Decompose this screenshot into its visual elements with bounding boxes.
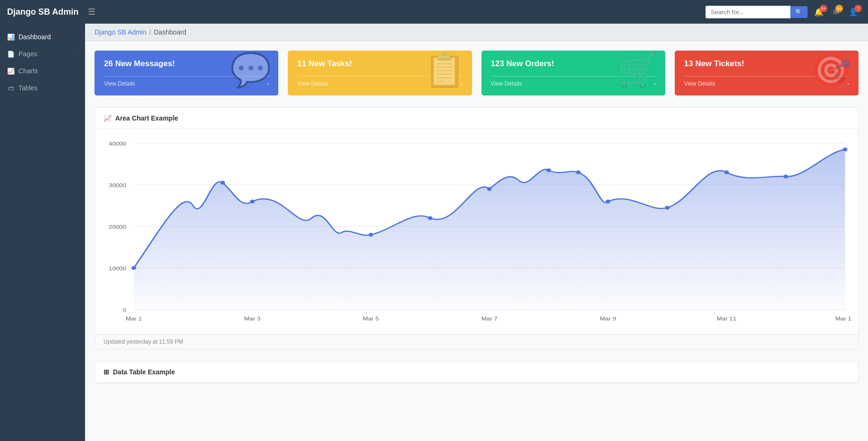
notifications-badge: 9+ (820, 5, 827, 12)
charts-icon: 📈 (7, 68, 15, 75)
sidebar-item-pages[interactable]: 📄 Pages › (0, 45, 85, 62)
app-brand[interactable]: Django SB Admin (7, 7, 78, 17)
chart-dot (369, 233, 373, 237)
chart-dot (665, 206, 670, 209)
data-table-title: Data Table Example (113, 368, 175, 376)
chart-dot (724, 171, 729, 174)
chart-dot (131, 266, 136, 270)
chart-dot (546, 168, 551, 172)
svg-text:40000: 40000 (109, 141, 126, 147)
tickets-bg-icon: 🎯 (810, 53, 851, 86)
area-chart-footer: Updated yesterday at 11:59 PM (95, 334, 858, 349)
messages-button[interactable]: ✉ 9+ (830, 6, 842, 18)
chart-dot (428, 216, 432, 220)
svg-text:Mar 11: Mar 11 (717, 316, 737, 322)
breadcrumb-current: Dashboard (154, 28, 187, 36)
top-navbar: Django SB Admin ☰ 🔍 🔔 9+ ✉ 9+ 👤 7 (0, 0, 868, 24)
breadcrumb-separator: / (149, 28, 151, 36)
search-button[interactable]: 🔍 (791, 6, 808, 18)
stat-card-tickets[interactable]: 13 New Tickets! 🎯 View Details › (675, 51, 859, 95)
sidebar-label-tables: Tables (18, 84, 78, 92)
chart-dot (843, 147, 848, 151)
svg-text:Mar 7: Mar 7 (481, 316, 498, 322)
main-layout: 📊 Dashboard 📄 Pages › 📈 Charts 🗃 Tables … (0, 24, 868, 441)
navbar-right: 🔍 🔔 9+ ✉ 9+ 👤 7 (705, 6, 861, 18)
chart-dot (220, 181, 225, 185)
sidebar-label-dashboard: Dashboard (18, 33, 78, 41)
svg-text:30000: 30000 (109, 182, 126, 189)
area-chart-footer-text: Updated yesterday at 11:59 PM (103, 338, 183, 345)
sidebar-item-dashboard[interactable]: 📊 Dashboard (0, 28, 85, 45)
content-area: 26 New Messages! 💬 View Details › 11 New… (85, 41, 868, 393)
user-badge: 7 (854, 5, 862, 12)
chart-dot (250, 199, 255, 203)
user-button[interactable]: 👤 7 (846, 6, 861, 18)
dashboard-icon: 📊 (7, 34, 15, 41)
breadcrumb-home[interactable]: Django SB Admin (95, 28, 146, 36)
main-content: Django SB Admin / Dashboard 26 New Messa… (85, 24, 868, 441)
svg-text:Mar 5: Mar 5 (363, 316, 379, 322)
data-table-icon: ⊞ (103, 368, 109, 376)
svg-text:Mar 9: Mar 9 (600, 316, 616, 322)
stat-card-orders[interactable]: 123 New Orders! 🛒 View Details › (481, 51, 665, 95)
tasks-bg-icon: 📋 (424, 53, 465, 86)
sidebar: 📊 Dashboard 📄 Pages › 📈 Charts 🗃 Tables (0, 24, 85, 441)
svg-text:Mar 13: Mar 13 (835, 316, 851, 322)
svg-text:Mar 3: Mar 3 (244, 316, 260, 322)
area-chart-icon: 📈 (103, 114, 112, 122)
svg-text:10000: 10000 (109, 266, 126, 272)
chart-dot (487, 187, 492, 191)
chart-dot (783, 174, 788, 178)
data-table-header: ⊞ Data Table Example (95, 362, 858, 383)
area-fill (134, 149, 845, 310)
area-chart-body: 40000 30000 20000 10000 0 (95, 129, 858, 334)
area-chart-container: 40000 30000 20000 10000 0 (102, 136, 851, 327)
area-chart-title: Area Chart Example (115, 114, 178, 122)
area-chart-header: 📈 Area Chart Example (95, 108, 858, 129)
sidebar-item-charts[interactable]: 📈 Charts (0, 62, 85, 79)
orders-bg-icon: 🛒 (617, 53, 658, 86)
notifications-button[interactable]: 🔔 9+ (811, 6, 826, 18)
search-form: 🔍 (705, 6, 808, 18)
pages-arrow: › (76, 51, 78, 57)
sidebar-item-tables[interactable]: 🗃 Tables (0, 79, 85, 96)
messages-link-label: View Details (104, 80, 135, 87)
tasks-link-label: View Details (297, 80, 328, 87)
stat-card-messages[interactable]: 26 New Messages! 💬 View Details › (95, 51, 278, 95)
svg-text:0: 0 (123, 307, 127, 313)
area-chart-svg: 40000 30000 20000 10000 0 (102, 136, 851, 325)
svg-text:20000: 20000 (109, 224, 126, 230)
orders-link-label: View Details (491, 80, 522, 87)
stat-card-tasks[interactable]: 11 New Tasks! 📋 View Details › (288, 51, 472, 95)
tables-icon: 🗃 (7, 85, 15, 92)
chart-dot (576, 171, 581, 174)
messages-bg-icon: 💬 (230, 53, 271, 86)
pages-icon: 📄 (7, 51, 15, 58)
area-chart-card: 📈 Area Chart Example 40000 30000 20000 1… (95, 107, 859, 349)
sidebar-toggler[interactable]: ☰ (84, 5, 99, 19)
breadcrumb: Django SB Admin / Dashboard (85, 24, 868, 41)
search-input[interactable] (705, 6, 791, 18)
stat-cards: 26 New Messages! 💬 View Details › 11 New… (95, 51, 859, 95)
sidebar-label-charts: Charts (18, 67, 78, 75)
sidebar-label-pages: Pages (18, 50, 72, 58)
tickets-link-label: View Details (684, 80, 715, 87)
svg-text:Mar 1: Mar 1 (126, 316, 142, 322)
chart-dot (606, 199, 610, 203)
messages-badge: 9+ (835, 5, 843, 12)
data-table-card: ⊞ Data Table Example (95, 361, 859, 383)
